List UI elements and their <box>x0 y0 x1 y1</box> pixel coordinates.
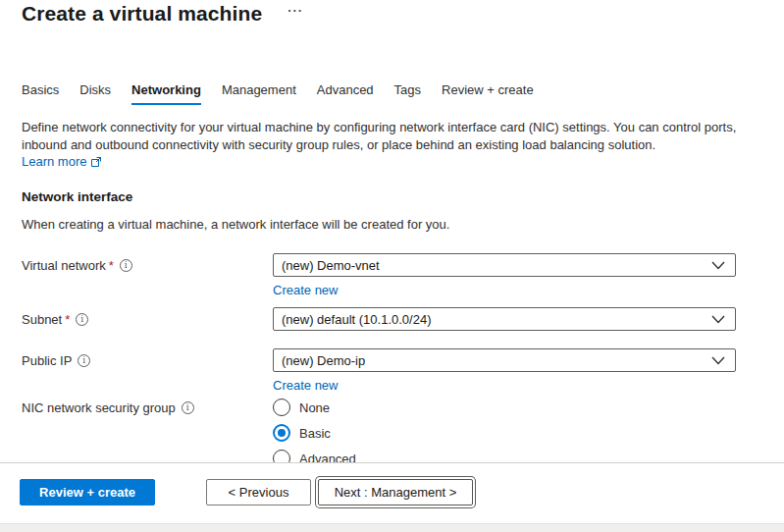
next-management-button[interactable]: Next : Management > <box>318 479 473 505</box>
virtual-network-create-new-link[interactable]: Create new <box>273 283 338 297</box>
virtual-network-label: Virtual network * i <box>22 253 273 277</box>
nic-nsg-label: NIC network security group i <box>22 399 273 416</box>
nsg-option-advanced[interactable]: Advanced <box>273 450 356 462</box>
required-asterisk: * <box>109 258 114 273</box>
create-vm-page: Create a virtual machine ··· Basics Disk… <box>0 0 784 532</box>
nic-nsg-radio-group: None Basic Advanced <box>273 399 356 462</box>
tab-description: Define network connectivity for your vir… <box>22 119 740 153</box>
nic-nsg-row: NIC network security group i None Basic … <box>22 399 356 462</box>
page-header: Create a virtual machine ··· <box>22 2 303 26</box>
subnet-label: Subnet * i <box>22 307 273 331</box>
review-create-button[interactable]: Review + create <box>20 479 155 505</box>
subnet-select[interactable]: (new) default (10.1.0.0/24) <box>273 307 736 331</box>
field-label-text: Virtual network <box>22 258 106 273</box>
virtual-network-select[interactable]: (new) Demo-vnet <box>273 253 736 277</box>
radio-unselected-icon <box>273 399 290 416</box>
chevron-down-icon <box>711 261 725 270</box>
chevron-down-icon <box>711 356 725 365</box>
virtual-network-row: Virtual network * i (new) Demo-vnet Crea… <box>22 253 736 297</box>
page-title: Create a virtual machine <box>22 2 262 26</box>
section-heading: Network interface <box>22 189 132 204</box>
subnet-row: Subnet * i (new) default (10.1.0.0/24) <box>22 307 736 331</box>
public-ip-create-new-link[interactable]: Create new <box>273 378 338 393</box>
tab-management[interactable]: Management <box>222 82 296 105</box>
field-label-text: Public IP <box>22 353 72 368</box>
bottom-strip <box>0 523 784 532</box>
subnet-field: (new) default (10.1.0.0/24) <box>273 307 736 331</box>
select-value: (new) default (10.1.0.0/24) <box>282 312 431 327</box>
tab-basics[interactable]: Basics <box>22 82 59 105</box>
footer-bar: Review + create < Previous Next : Manage… <box>0 462 784 523</box>
radio-label: Basic <box>299 426 331 441</box>
nsg-option-none[interactable]: None <box>273 399 356 416</box>
public-ip-row: Public IP i (new) Demo-ip Create new <box>22 348 736 393</box>
tab-bar: Basics Disks Networking Management Advan… <box>22 82 554 105</box>
required-asterisk: * <box>65 312 70 327</box>
nsg-option-basic[interactable]: Basic <box>273 424 356 442</box>
select-value: (new) Demo-vnet <box>282 258 380 273</box>
radio-label: Advanced <box>299 452 356 463</box>
public-ip-select[interactable]: (new) Demo-ip <box>273 348 736 372</box>
tab-advanced[interactable]: Advanced <box>317 82 374 105</box>
radio-unselected-icon <box>273 450 290 462</box>
learn-more-label: Learn more <box>22 154 86 169</box>
tab-review-create[interactable]: Review + create <box>442 82 534 105</box>
public-ip-field: (new) Demo-ip Create new <box>273 348 736 393</box>
external-link-icon <box>90 156 102 168</box>
info-icon[interactable]: i <box>120 259 132 272</box>
tab-disks[interactable]: Disks <box>79 82 111 105</box>
info-icon[interactable]: i <box>182 401 194 414</box>
field-label-text: NIC network security group <box>22 400 176 415</box>
info-icon[interactable]: i <box>78 354 90 367</box>
public-ip-label: Public IP i <box>22 348 273 372</box>
learn-more-link[interactable]: Learn more <box>22 154 102 169</box>
select-value: (new) Demo-ip <box>282 353 365 368</box>
previous-button[interactable]: < Previous <box>206 479 311 505</box>
virtual-network-field: (new) Demo-vnet Create new <box>273 253 736 297</box>
tab-networking[interactable]: Networking <box>131 82 201 105</box>
radio-label: None <box>299 400 330 415</box>
section-intro: When creating a virtual machine, a netwo… <box>22 217 449 232</box>
radio-selected-icon <box>273 424 290 442</box>
networking-tab-content: Create a virtual machine ··· Basics Disk… <box>0 0 784 462</box>
more-options-button[interactable]: ··· <box>287 3 303 18</box>
field-label-text: Subnet <box>22 312 62 327</box>
chevron-down-icon <box>711 315 725 324</box>
tab-tags[interactable]: Tags <box>394 82 421 105</box>
info-icon[interactable]: i <box>76 313 88 326</box>
